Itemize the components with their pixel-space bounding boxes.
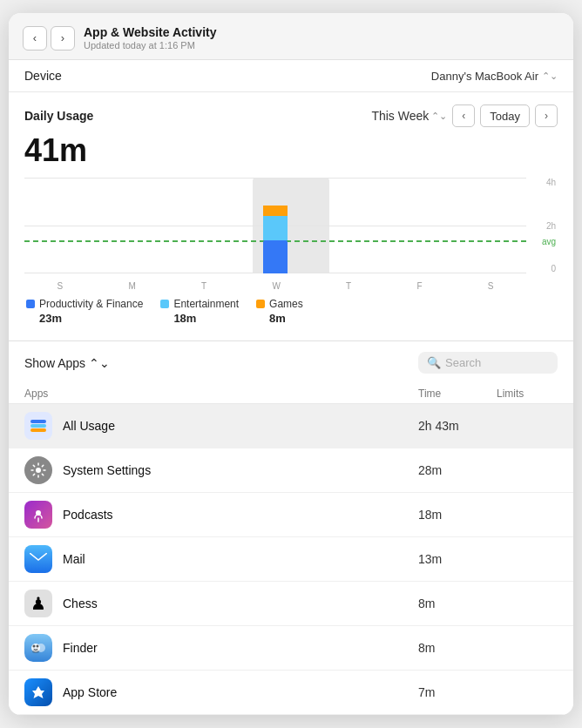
svg-rect-1 <box>30 424 46 428</box>
day-s1: S <box>58 281 64 291</box>
system-settings-name: System Settings <box>63 463 418 477</box>
chart-section: Daily Usage This Week ⌃⌄ ‹ Today › 41m <box>9 92 573 340</box>
svg-point-11 <box>37 645 39 648</box>
week-chevron-icon: ⌃⌄ <box>431 111 447 122</box>
day-f: F <box>416 281 422 291</box>
chart-legend: Productivity & Finance 23m Entertainment… <box>24 298 558 325</box>
device-selector[interactable]: Danny's MacBook Air ⌃⌄ <box>431 70 558 83</box>
show-apps-label: Show Apps <box>24 356 85 370</box>
legend-entertainment: Entertainment 18m <box>160 298 239 325</box>
y-label-0: 0 <box>551 264 556 273</box>
back-icon: ‹ <box>33 31 37 44</box>
device-chevron-icon: ⌃⌄ <box>542 71 558 82</box>
today-button[interactable]: Today <box>480 104 530 127</box>
titlebar-subtitle: Updated today at 1:16 PM <box>84 40 559 51</box>
legend-productivity: Productivity & Finance 23m <box>26 298 143 325</box>
day-s2: S <box>488 281 494 291</box>
mail-name: Mail <box>63 552 418 566</box>
all-usage-time: 2h 43m <box>418 419 497 433</box>
week-nav: This Week ⌃⌄ ‹ Today › <box>371 104 558 127</box>
day-w: W <box>272 281 280 291</box>
legend-games-top: Games <box>256 298 303 310</box>
device-name: Danny's MacBook Air <box>431 70 538 83</box>
day-t2: T <box>346 281 351 291</box>
app-store-icon <box>24 678 52 706</box>
table-header: Apps Time Limits <box>9 384 573 404</box>
svg-rect-2 <box>30 420 46 423</box>
col-time-header: Time <box>418 388 497 400</box>
entertainment-time: 18m <box>173 312 239 325</box>
day-labels: S M T W T F S <box>24 281 526 291</box>
week-label: This Week <box>371 109 429 123</box>
finder-name: Finder <box>63 641 418 655</box>
podcasts-name: Podcasts <box>63 508 418 522</box>
show-apps-chevron-icon: ⌃⌄ <box>89 356 110 370</box>
day-m: M <box>129 281 136 291</box>
apps-section: Show Apps ⌃⌄ 🔍 Apps Time Limits <box>9 340 573 715</box>
app-row-podcasts[interactable]: Podcasts 18m <box>9 493 573 537</box>
y-label-4h: 4h <box>546 178 556 187</box>
back-button[interactable]: ‹ <box>23 26 47 51</box>
productivity-dot <box>26 300 35 308</box>
bar-productivity <box>263 240 288 273</box>
svg-point-10 <box>33 645 36 648</box>
podcasts-icon <box>24 501 52 529</box>
app-row-system-settings[interactable]: System Settings 28m <box>9 448 573 493</box>
finder-time: 8m <box>418 641 497 655</box>
apps-header: Show Apps ⌃⌄ 🔍 <box>9 341 573 384</box>
day-t1: T <box>201 281 206 291</box>
y-labels: 4h 2h 0 <box>546 178 558 273</box>
system-settings-icon <box>24 456 52 484</box>
app-row-mail[interactable]: Mail 13m <box>9 537 573 582</box>
search-input[interactable] <box>445 356 549 369</box>
daily-usage-value: 41m <box>24 132 558 169</box>
daily-usage-label: Daily Usage <box>24 109 93 123</box>
games-label: Games <box>269 298 303 310</box>
main-window: ‹ › App & Website Activity Updated today… <box>9 13 573 715</box>
productivity-time: 23m <box>39 312 143 325</box>
col-apps-header: Apps <box>24 388 418 400</box>
games-dot <box>256 300 265 308</box>
titlebar-text: App & Website Activity Updated today at … <box>84 25 559 51</box>
next-week-button[interactable]: › <box>535 104 558 127</box>
podcasts-time: 18m <box>418 508 497 522</box>
app-row-all-usage[interactable]: All Usage 2h 43m <box>9 404 573 448</box>
bar-games <box>263 206 288 216</box>
search-icon: 🔍 <box>427 356 441 369</box>
app-store-time: 7m <box>418 685 497 699</box>
bar-stack-w <box>263 204 288 273</box>
chess-name: Chess <box>63 597 418 610</box>
chart-bars <box>24 178 526 273</box>
app-row-chess[interactable]: ♟ Chess 8m <box>9 582 573 626</box>
week-selector[interactable]: This Week ⌃⌄ <box>371 109 447 123</box>
device-row: Device Danny's MacBook Air ⌃⌄ <box>9 60 573 92</box>
device-label: Device <box>24 69 62 83</box>
chart-area: avg <box>24 178 558 291</box>
legend-productivity-top: Productivity & Finance <box>26 298 143 310</box>
app-row-app-store[interactable]: App Store 7m <box>9 671 573 715</box>
system-settings-time: 28m <box>418 463 497 477</box>
svg-point-3 <box>36 468 41 473</box>
search-box[interactable]: 🔍 <box>418 352 558 374</box>
mail-icon <box>24 545 52 573</box>
all-usage-name: All Usage <box>63 419 418 433</box>
titlebar: ‹ › App & Website Activity Updated today… <box>9 13 573 60</box>
app-row-finder[interactable]: Finder 8m <box>9 626 573 671</box>
bar-entertainment <box>263 216 288 240</box>
forward-button[interactable]: › <box>51 26 75 51</box>
titlebar-title: App & Website Activity <box>84 25 559 39</box>
entertainment-dot <box>160 300 169 308</box>
productivity-label: Productivity & Finance <box>39 298 143 310</box>
mail-time: 13m <box>418 552 497 566</box>
finder-icon <box>24 634 52 662</box>
prev-week-button[interactable]: ‹ <box>452 104 475 127</box>
svg-rect-0 <box>30 428 46 432</box>
app-store-name: App Store <box>63 685 418 699</box>
chess-time: 8m <box>418 597 497 610</box>
chess-icon: ♟ <box>24 590 52 617</box>
games-time: 8m <box>269 312 303 325</box>
show-apps-button[interactable]: Show Apps ⌃⌄ <box>24 356 110 370</box>
col-limits-header: Limits <box>497 388 558 400</box>
legend-games: Games 8m <box>256 298 303 325</box>
entertainment-label: Entertainment <box>173 298 239 310</box>
